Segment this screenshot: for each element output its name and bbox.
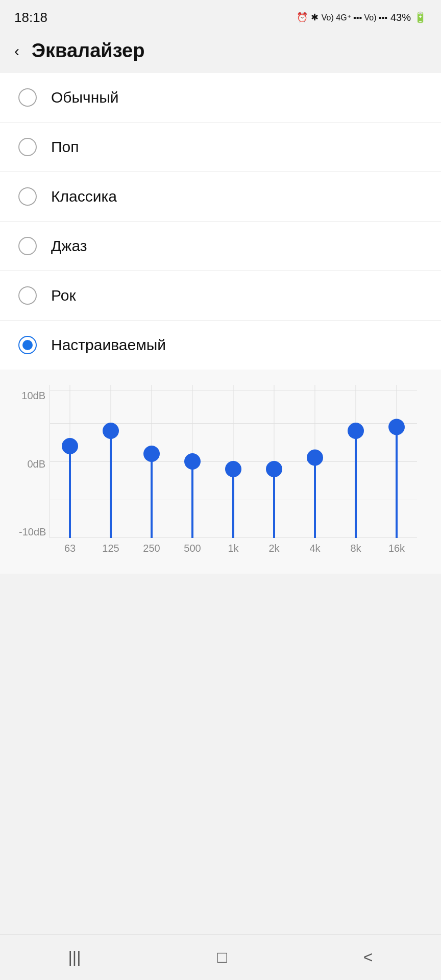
- battery-icon: 🔋: [414, 11, 427, 23]
- preset-jazz-label: Джаз: [51, 237, 87, 255]
- x-label-2k: 2k: [254, 543, 295, 554]
- preset-normal-label: Обычный: [51, 89, 119, 106]
- preset-rock[interactable]: Рок: [0, 271, 441, 321]
- preset-custom[interactable]: Настраиваемый: [0, 321, 441, 370]
- radio-rock[interactable]: [18, 286, 37, 305]
- header: ‹ Эквалайзер: [0, 31, 441, 71]
- x-label-125: 125: [90, 543, 131, 554]
- bluetooth-icon: ✱: [311, 12, 318, 23]
- radio-normal[interactable]: [18, 88, 37, 107]
- alarm-icon: ⏰: [297, 12, 308, 23]
- status-icons: ⏰ ✱ Vo) 4G⁺ ▪▪▪ Vo) ▪▪▪ 43% 🔋: [297, 11, 427, 23]
- radio-custom[interactable]: [18, 336, 37, 354]
- recents-button[interactable]: |||: [53, 943, 96, 972]
- back-button[interactable]: ‹: [10, 40, 23, 62]
- y-axis: 10dB 0dB -10dB: [19, 385, 50, 558]
- preset-custom-label: Настраиваемый: [51, 336, 166, 354]
- preset-pop-label: Поп: [51, 138, 79, 156]
- svg-point-16: [184, 453, 201, 470]
- y-label-10db: 10dB: [19, 390, 50, 402]
- radio-pop[interactable]: [18, 138, 37, 156]
- x-label-250: 250: [131, 543, 172, 554]
- status-time: 18:18: [14, 10, 47, 26]
- x-label-4k: 4k: [295, 543, 335, 554]
- eq-bars-svg: [50, 385, 417, 538]
- signal-icons: Vo) 4G⁺ ▪▪▪ Vo) ▪▪▪: [322, 13, 387, 22]
- y-label-neg10db: -10dB: [19, 526, 50, 538]
- x-label-500: 500: [172, 543, 213, 554]
- preset-classic-label: Классика: [51, 188, 117, 205]
- x-axis: 63 125 250 500 1k 2k 4k 8k 16k: [50, 538, 417, 558]
- x-label-16k: 16k: [376, 543, 417, 554]
- eq-chart: 10dB 0dB -10dB 63 125 250 500 1k 2k 4k: [19, 385, 417, 558]
- svg-point-20: [266, 461, 282, 477]
- svg-point-12: [103, 423, 119, 439]
- svg-point-14: [143, 446, 160, 462]
- radio-classic[interactable]: [18, 187, 37, 206]
- preset-jazz[interactable]: Джаз: [0, 222, 441, 271]
- equalizer-chart-section: 10dB 0dB -10dB 63 125 250 500 1k 2k 4k: [0, 370, 441, 574]
- svg-point-10: [62, 438, 78, 454]
- bottom-navigation: ||| □ <: [0, 934, 441, 980]
- home-button[interactable]: □: [202, 943, 242, 972]
- x-label-8k: 8k: [335, 543, 376, 554]
- x-label-1k: 1k: [213, 543, 254, 554]
- back-nav-button[interactable]: <: [348, 943, 388, 972]
- preset-classic[interactable]: Классика: [0, 172, 441, 222]
- page-title: Эквалайзер: [32, 40, 144, 62]
- preset-normal[interactable]: Обычный: [0, 73, 441, 122]
- preset-pop[interactable]: Поп: [0, 122, 441, 172]
- svg-point-18: [225, 461, 241, 477]
- battery-indicator: 43%: [390, 12, 411, 23]
- y-label-0db: 0dB: [19, 458, 50, 470]
- radio-jazz[interactable]: [18, 237, 37, 255]
- equalizer-presets-list: Обычный Поп Классика Джаз Рок Настраивае…: [0, 73, 441, 370]
- svg-point-26: [388, 419, 405, 435]
- status-bar: 18:18 ⏰ ✱ Vo) 4G⁺ ▪▪▪ Vo) ▪▪▪ 43% 🔋: [0, 0, 441, 31]
- x-label-63: 63: [50, 543, 90, 554]
- svg-point-24: [348, 423, 364, 439]
- svg-point-22: [307, 450, 323, 466]
- preset-rock-label: Рок: [51, 287, 76, 304]
